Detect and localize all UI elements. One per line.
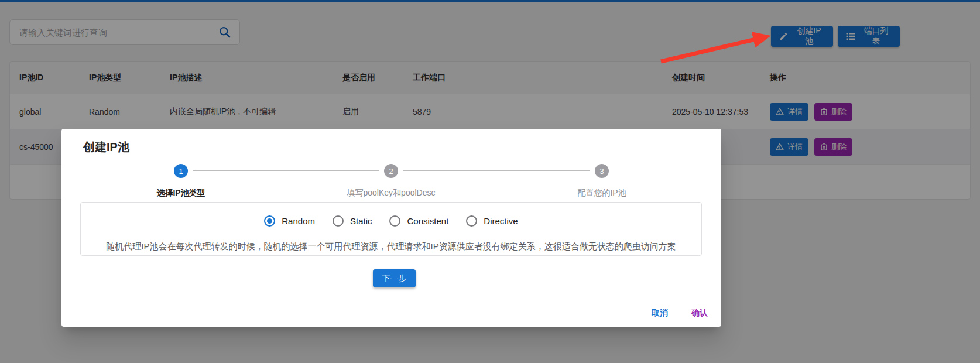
step-connector	[403, 170, 590, 171]
radio-option-directive[interactable]: Directive	[466, 215, 518, 227]
pool-type-card: Random Static Consistent Directive 随机代理I…	[80, 202, 702, 256]
radio-label: Random	[282, 216, 315, 226]
radio-label: Static	[350, 216, 372, 226]
radio-unselected-icon[interactable]	[389, 215, 400, 227]
confirm-link[interactable]: 确认	[691, 308, 708, 319]
radio-unselected-icon[interactable]	[466, 215, 477, 227]
radio-option-consistent[interactable]: Consistent	[389, 215, 448, 227]
cancel-link[interactable]: 取消	[652, 308, 668, 319]
pool-type-description: 随机代理IP池会在每次代理转发的时候，随机的选择一个可用代理资源，代理请求和IP…	[81, 241, 701, 252]
dialog-title: 创建IP池	[83, 139, 129, 155]
step-circle-1: 1	[174, 164, 188, 178]
pool-type-radio-group: Random Static Consistent Directive	[81, 215, 701, 227]
radio-option-static[interactable]: Static	[333, 215, 372, 227]
radio-option-random[interactable]: Random	[264, 215, 315, 227]
next-step-button[interactable]: 下一步	[373, 269, 416, 287]
radio-selected-icon[interactable]	[264, 215, 275, 227]
radio-label: Consistent	[407, 216, 448, 226]
step-label-3: 配置您的IP池	[514, 188, 690, 198]
step-label-2: 填写poolKey和poolDesc	[303, 188, 479, 198]
radio-label: Directive	[484, 216, 518, 226]
step-circle-2: 2	[384, 164, 398, 178]
step-label-1: 选择IP池类型	[93, 188, 269, 198]
step-circle-3: 3	[595, 164, 609, 178]
radio-unselected-icon[interactable]	[333, 215, 344, 227]
step-connector	[193, 170, 379, 171]
create-ip-pool-dialog: 创建IP池 1 2 3 选择IP池类型 填写poolKey和poolDesc 配…	[61, 129, 721, 327]
